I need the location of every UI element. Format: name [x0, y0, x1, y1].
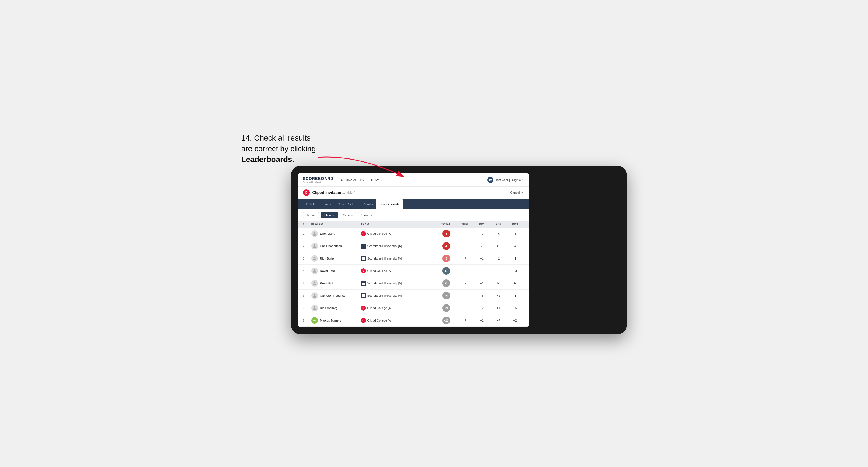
filter-scores[interactable]: Scores: [340, 212, 356, 218]
filter-players[interactable]: Players: [321, 212, 338, 218]
rd2-value: -6: [490, 232, 507, 235]
team-cell: Scoreboard University [A]: [361, 293, 435, 298]
user-label: Test User |: [496, 178, 510, 182]
nav-links: TOURNAMENTS TEAMS: [339, 177, 487, 183]
sub-nav-results[interactable]: Results: [360, 199, 376, 209]
total-cell: +1: [435, 279, 457, 287]
player-name: Elliot Ebert: [320, 232, 335, 235]
team-logo-clippd: C: [361, 306, 366, 311]
rd2-value: +5: [490, 244, 507, 248]
rd3-value: -1: [507, 294, 523, 297]
sub-nav-teams[interactable]: Teams: [319, 199, 334, 209]
table-row[interactable]: 8 MT Marcus Turners C Clippd College [A]…: [298, 314, 529, 327]
thru-value: F: [457, 282, 474, 285]
player-avatar: [311, 243, 318, 249]
rd1-value: +2: [474, 319, 490, 322]
svg-point-5: [313, 281, 315, 283]
cancel-button[interactable]: Cancel ✕: [510, 191, 523, 194]
position-number: 6: [303, 294, 311, 297]
player-name: Blair McHarg: [320, 306, 338, 310]
team-name: Scoreboard University [A]: [368, 244, 402, 248]
player-avatar: [311, 230, 318, 237]
sub-nav: Details Teams Course Setup Results Leade…: [298, 199, 529, 209]
sub-nav-course-setup[interactable]: Course Setup: [334, 199, 360, 209]
score-badge: -4: [442, 242, 450, 250]
table-row[interactable]: 2 Chris Robertson Scoreboard University …: [298, 240, 529, 252]
rd1-value: +3: [474, 232, 490, 235]
player-avatar: [311, 292, 318, 299]
team-name: Clippd College [A]: [368, 319, 392, 322]
player-cell: Rees Britt: [311, 280, 361, 286]
player-cell: Cameron Robertson: [311, 292, 361, 299]
team-cell: C Clippd College [A]: [361, 318, 435, 323]
team-cell: Scoreboard University [A]: [361, 256, 435, 261]
position-number: 2: [303, 244, 311, 248]
total-cell: E: [435, 267, 457, 275]
rd1-value: -5: [474, 244, 490, 248]
rd2-value: +2: [490, 294, 507, 297]
player-avatar: [311, 280, 318, 286]
svg-point-7: [313, 306, 315, 308]
score-badge: -8: [442, 230, 450, 238]
team-logo-sb: [361, 256, 366, 261]
score-badge: E: [442, 267, 450, 275]
svg-point-1: [313, 232, 315, 234]
score-badge: +9: [442, 304, 450, 312]
table-row[interactable]: 6 Cameron Robertson Scoreboard Universit…: [298, 289, 529, 302]
team-name: Scoreboard University [A]: [368, 282, 402, 285]
table-row[interactable]: 1 Elliot Ebert C Clippd College [A] -8 F…: [298, 227, 529, 240]
team-cell: Scoreboard University [A]: [361, 281, 435, 286]
nav-teams[interactable]: TEAMS: [371, 177, 381, 183]
rd3-value: -1: [507, 257, 523, 260]
team-name: Clippd College [A]: [368, 232, 392, 235]
svg-point-3: [313, 256, 315, 258]
player-name: Rees Britt: [320, 282, 333, 285]
team-cell: C Clippd College [A]: [361, 306, 435, 311]
filter-strokes[interactable]: Strokes: [358, 212, 375, 218]
table-row[interactable]: 3 Rich Butler Scoreboard University [A] …: [298, 252, 529, 265]
svg-point-2: [313, 244, 315, 246]
table-row[interactable]: 4 David Ford C Clippd College [A] E F +1…: [298, 265, 529, 277]
rd1-value: +2: [474, 306, 490, 310]
page-wrapper: 14. Check all results are correct by cli…: [241, 132, 627, 335]
rd2-value: +7: [490, 319, 507, 322]
player-avatar: [311, 255, 318, 262]
team-name: Clippd College [A]: [368, 269, 392, 273]
player-avatar: [311, 268, 318, 274]
position-number: 1: [303, 232, 311, 235]
rd1-value: +1: [474, 282, 490, 285]
team-logo-sb: [361, 293, 366, 298]
total-cell: +11: [435, 317, 457, 324]
thru-value: F: [457, 306, 474, 310]
player-name: Chris Robertson: [320, 244, 342, 248]
tournament-title: Clippd Invitational: [312, 190, 346, 195]
player-cell: Elliot Ebert: [311, 230, 361, 237]
nav-tournaments[interactable]: TOURNAMENTS: [339, 177, 364, 183]
total-cell: +6: [435, 292, 457, 300]
team-logo-sb: [361, 281, 366, 286]
team-name: Scoreboard University [A]: [368, 294, 402, 297]
player-name: Cameron Robertson: [320, 294, 347, 297]
total-cell: -2: [435, 255, 457, 262]
svg-point-6: [313, 294, 315, 295]
sign-out-link[interactable]: Sign out: [512, 178, 523, 182]
team-cell: C Clippd College [A]: [361, 268, 435, 273]
table-row[interactable]: 5 Rees Britt Scoreboard University [A] +…: [298, 277, 529, 289]
total-cell: -4: [435, 242, 457, 250]
logo-area: SCOREBOARD Powered by clippd: [303, 176, 334, 183]
device-screen: SCOREBOARD Powered by clippd TOURNAMENTS…: [298, 173, 529, 327]
player-name: Rich Butler: [320, 257, 335, 260]
sub-nav-details[interactable]: Details: [303, 199, 319, 209]
filter-teams[interactable]: Teams: [303, 212, 319, 218]
team-logo-clippd: C: [361, 318, 366, 323]
leaderboard-table: # PLAYER TEAM TOTAL THRU RD1 RD2 RD3 1 E…: [298, 221, 529, 327]
table-row[interactable]: 7 Blair McHarg C Clippd College [A] +9 F…: [298, 302, 529, 314]
sub-nav-leaderboards[interactable]: Leaderboards: [376, 199, 403, 209]
score-badge: +6: [442, 292, 450, 300]
player-cell: Blair McHarg: [311, 305, 361, 311]
team-logo-clippd: C: [361, 268, 366, 273]
team-name: Scoreboard University [A]: [368, 257, 402, 260]
player-cell: David Ford: [311, 268, 361, 274]
top-nav: SCOREBOARD Powered by clippd TOURNAMENTS…: [298, 173, 529, 187]
tournament-header: C Clippd Invitational (Men) Cancel ✕: [298, 187, 529, 199]
